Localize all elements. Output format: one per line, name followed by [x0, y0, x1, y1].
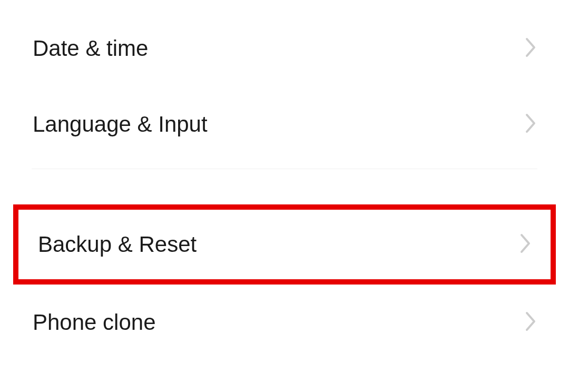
highlight-annotation: Backup & Reset: [13, 204, 556, 285]
settings-item-label: Phone clone: [33, 310, 156, 335]
settings-item-language-input[interactable]: Language & Input: [0, 86, 569, 162]
settings-item-label: Language & Input: [33, 112, 208, 137]
settings-item-date-time[interactable]: Date & time: [0, 11, 569, 86]
settings-item-label: Date & time: [33, 36, 148, 61]
chevron-right-icon: [519, 233, 532, 256]
settings-item-phone-clone[interactable]: Phone clone: [0, 285, 569, 360]
chevron-right-icon: [525, 311, 537, 334]
settings-item-backup-reset[interactable]: Backup & Reset: [18, 210, 551, 279]
chevron-right-icon: [525, 113, 537, 136]
section-divider: [32, 169, 537, 169]
chevron-right-icon: [525, 37, 537, 60]
settings-list: Date & time Language & Input Backup & Re…: [0, 0, 569, 360]
spacer: [0, 175, 569, 204]
settings-item-label: Backup & Reset: [38, 232, 197, 257]
